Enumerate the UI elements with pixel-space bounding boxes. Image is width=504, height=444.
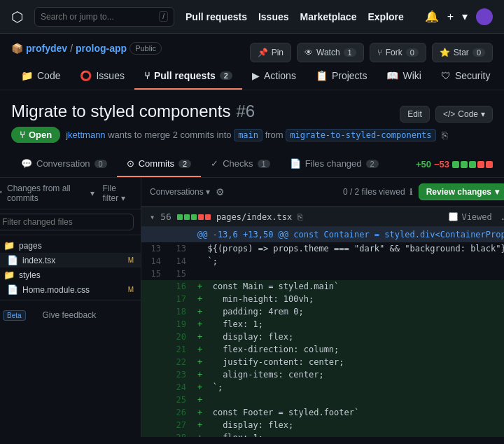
nav-pull-requests[interactable]: Pull requests xyxy=(186,11,247,22)
security-icon: 🛡 xyxy=(441,70,451,81)
line-content: + `; xyxy=(192,381,504,394)
folder-pages[interactable]: ▾ 📁 pages xyxy=(0,238,141,253)
watch-button[interactable]: 👁 Watch 1 xyxy=(297,43,364,62)
pr-tab-checks[interactable]: ✓ Checks 1 xyxy=(201,151,279,177)
star-button[interactable]: ⭐ Star 0 xyxy=(432,43,493,62)
stat-block-3 xyxy=(191,214,197,220)
new-line-num: 18 xyxy=(167,305,192,318)
old-line-num: 15 xyxy=(141,268,167,280)
copy-branch-icon[interactable]: ⎘ xyxy=(442,130,447,141)
line-content: + flex: 1; xyxy=(192,431,504,437)
file-tree: ⤢ Changes from all commits ▾ File filter… xyxy=(0,178,141,437)
table-row: 27 + display: flex; xyxy=(141,419,504,431)
old-line-num xyxy=(141,406,167,419)
nav-issues[interactable]: Issues xyxy=(258,11,289,22)
tab-actions[interactable]: ▶ Actions xyxy=(242,63,306,90)
expand-icon[interactable]: ⤢ xyxy=(0,188,3,198)
source-branch[interactable]: migrate-to-styled-components xyxy=(286,129,435,141)
notification-icon[interactable]: 🔔 xyxy=(425,10,439,23)
diff-block-2 xyxy=(461,161,468,168)
file-home-css[interactable]: 📄 Home.module.css M xyxy=(0,282,141,297)
pr-author[interactable]: jkettmann xyxy=(66,130,105,140)
search-box[interactable]: / xyxy=(34,7,174,27)
tab-projects[interactable]: 📋 Projects xyxy=(306,63,377,90)
issues-icon: ⭕ xyxy=(80,70,92,81)
old-line-num xyxy=(141,394,167,406)
changes-caret[interactable]: ▾ xyxy=(90,188,94,198)
pr-status-label: Open xyxy=(29,130,52,140)
pr-tab-files-label: Files changed xyxy=(305,158,362,169)
viewed-check[interactable] xyxy=(449,212,458,221)
plus-icon[interactable]: + xyxy=(447,11,454,23)
diff-file-header: ▾ 56 pages/index.tsx ⎘ Viewed … xyxy=(141,207,504,227)
nav-marketplace[interactable]: Marketplace xyxy=(300,11,357,22)
info-icon[interactable]: ℹ xyxy=(410,187,413,197)
repo-breadcrumb-row: 📦 profydev / prolog-app Public 📌 Pin 👁 W… xyxy=(11,42,493,63)
tab-wiki[interactable]: 📖 Wiki xyxy=(377,63,430,90)
changes-label: Changes from all commits xyxy=(7,183,86,203)
pr-body: Migrate to styled components #6 Edit </>… xyxy=(0,90,504,178)
diff-stat-blocks xyxy=(177,214,211,220)
copy-path-button[interactable]: ⎘ xyxy=(298,212,302,222)
new-line-num: 25 xyxy=(167,394,192,406)
table-row: 28 + flex: 1; xyxy=(141,431,504,437)
line-content: + display: flex; xyxy=(192,331,504,343)
filter-input[interactable] xyxy=(0,214,134,230)
search-input[interactable] xyxy=(41,12,153,22)
repo-name[interactable]: prolog-app xyxy=(76,43,127,54)
settings-icon[interactable]: ⚙ xyxy=(216,186,225,197)
feedback-link[interactable]: Give feedback xyxy=(35,307,103,323)
table-row: 25 + xyxy=(141,394,504,406)
tab-pulls-label: Pull requests xyxy=(154,70,216,81)
pin-button[interactable]: 📌 Pin xyxy=(250,43,291,62)
diff-stat: +50 −53 xyxy=(416,151,493,177)
commits-count: 2 xyxy=(178,160,191,168)
viewed-checkbox[interactable]: Viewed xyxy=(449,212,491,222)
repo-owner[interactable]: profydev xyxy=(26,43,67,54)
checks-count: 1 xyxy=(258,160,270,168)
tab-projects-label: Projects xyxy=(332,70,368,81)
line-content: + const Footer = styled.footer` xyxy=(192,406,504,419)
table-row: 16 + const Main = styled.main` xyxy=(141,280,504,293)
file-icon-home: 📄 xyxy=(7,284,18,295)
fork-button[interactable]: ⑂ Fork 0 xyxy=(370,43,426,62)
old-line-num xyxy=(141,419,167,431)
tab-security-label: Security xyxy=(455,70,491,81)
fork-count: 0 xyxy=(406,48,419,57)
old-line-num xyxy=(141,293,167,305)
avatar[interactable] xyxy=(476,8,493,25)
pulls-icon: ⑂ xyxy=(144,70,150,81)
pr-tab-commits[interactable]: ⊙ Commits 2 xyxy=(117,151,201,177)
filter-label[interactable]: File filter ▾ xyxy=(103,183,134,203)
review-changes-button[interactable]: Review changes ▾ xyxy=(419,183,504,200)
edit-button[interactable]: Edit xyxy=(400,106,430,123)
tab-code[interactable]: 📁 Code xyxy=(11,63,70,90)
stat-block-2 xyxy=(184,214,190,220)
diff-file: ▾ 56 pages/index.tsx ⎘ Viewed … xyxy=(141,207,504,437)
github-logo[interactable]: ⬡ xyxy=(11,8,23,25)
tab-issues[interactable]: ⭕ Issues xyxy=(70,63,134,90)
nav-explore[interactable]: Explore xyxy=(368,11,403,22)
table-row: 14 14 `; xyxy=(141,255,504,268)
tab-pulls[interactable]: ⑂ Pull requests 2 xyxy=(134,63,242,90)
fork-icon: ⑂ xyxy=(377,48,382,57)
diff-file-path: pages/index.tsx xyxy=(216,212,292,222)
file-index-tsx[interactable]: 📄 index.tsx M xyxy=(0,253,141,268)
old-line-num: 13 xyxy=(141,242,167,255)
code-button[interactable]: </> Code ▾ xyxy=(435,106,493,123)
caret-icon[interactable]: ▾ xyxy=(462,10,468,23)
tab-security[interactable]: 🛡 Security xyxy=(431,63,500,90)
pr-tab-conversation[interactable]: 💬 Conversation 0 xyxy=(11,151,117,177)
tab-insights[interactable]: 📊 Insights xyxy=(500,63,505,90)
table-row: 15 15 xyxy=(141,268,504,280)
table-row: 17 + min-height: 100vh; xyxy=(141,293,504,305)
pr-tab-files[interactable]: 📄 Files changed 2 xyxy=(280,151,388,177)
folder-icon-pages: 📁 xyxy=(4,240,15,251)
folder-styles[interactable]: ▾ 📁 styles xyxy=(0,268,141,282)
collapse-chevron[interactable]: ▾ xyxy=(150,212,155,222)
pr-tabs: 💬 Conversation 0 ⊙ Commits 2 ✓ Checks 1 … xyxy=(0,151,504,178)
target-branch[interactable]: main xyxy=(234,129,262,141)
watch-label: Watch xyxy=(316,48,340,57)
conversations-dropdown[interactable]: Conversations ▾ xyxy=(150,187,210,197)
visibility-badge: Public xyxy=(130,42,162,55)
